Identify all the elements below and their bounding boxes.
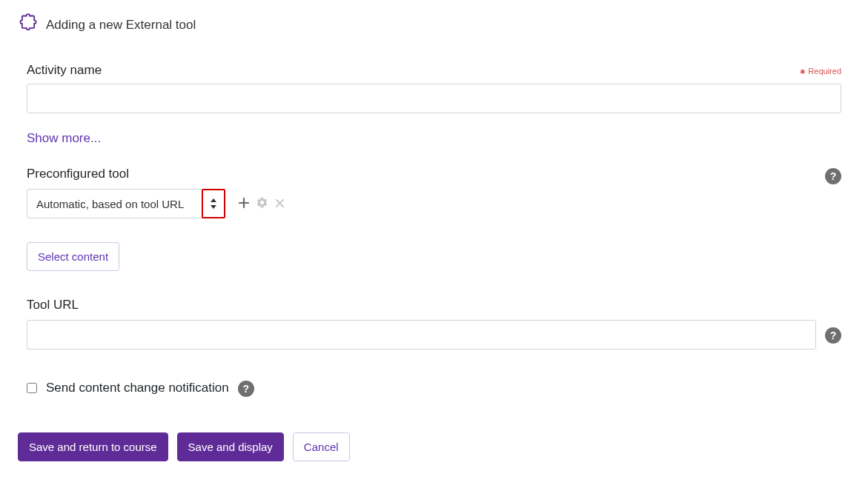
save-return-button[interactable]: Save and return to course	[18, 432, 168, 461]
page-title: Adding a new External tool	[46, 18, 196, 33]
plus-icon[interactable]	[239, 198, 249, 210]
send-notification-checkbox[interactable]	[27, 383, 37, 393]
send-notification-label: Send content change notification	[46, 381, 229, 395]
close-icon	[275, 198, 285, 210]
show-more-link[interactable]: Show more...	[27, 131, 101, 146]
gear-icon	[256, 197, 268, 210]
help-icon[interactable]: ?	[825, 327, 841, 344]
help-icon[interactable]: ?	[238, 381, 254, 397]
required-hint: Required	[800, 67, 841, 76]
help-icon[interactable]: ?	[825, 168, 841, 184]
puzzle-icon	[18, 13, 39, 36]
activity-name-input[interactable]	[27, 84, 841, 113]
tool-url-input[interactable]	[27, 320, 816, 350]
preconfigured-tool-label: Preconfigured tool	[27, 167, 818, 181]
save-display-button[interactable]: Save and display	[177, 432, 284, 461]
cancel-button[interactable]: Cancel	[293, 432, 350, 461]
page-header: Adding a new External tool	[18, 13, 850, 36]
activity-name-label: Activity name	[27, 63, 102, 78]
preconfigured-tool-select[interactable]: Automatic, based on tool URL	[27, 189, 225, 218]
select-content-button[interactable]: Select content	[27, 242, 119, 271]
tool-url-label: Tool URL	[27, 298, 841, 312]
